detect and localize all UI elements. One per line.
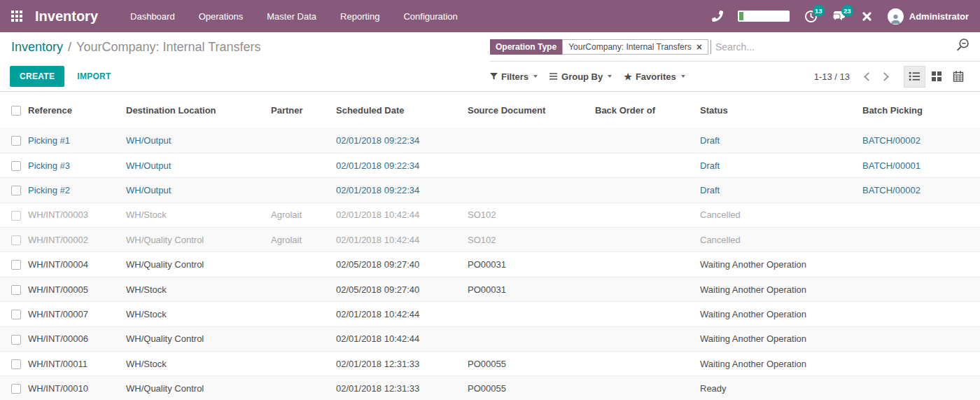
cell-destination[interactable]: WH/Quality Control <box>126 326 271 351</box>
cell-scheduled[interactable]: 02/01/2018 10:42:44 <box>336 228 468 252</box>
cell-reference[interactable]: WH/INT/00007 <box>28 302 126 326</box>
cell-reference[interactable]: WH/INT/00002 <box>28 228 126 252</box>
cell-backorder[interactable] <box>595 178 700 202</box>
column-header-scheduled-date[interactable]: Scheduled Date <box>336 92 468 128</box>
cell-backorder[interactable] <box>595 376 700 400</box>
create-button[interactable]: CREATE <box>10 66 64 87</box>
cell-source[interactable]: PO00031 <box>468 277 595 301</box>
cell-destination[interactable]: WH/Stock <box>126 352 271 376</box>
cell-batch[interactable]: BATCH/00002 <box>862 128 980 153</box>
cell-source[interactable]: SO102 <box>468 228 595 252</box>
cell-scheduled[interactable]: 02/01/2018 10:42:44 <box>336 302 468 326</box>
cell-status[interactable]: Waiting Another Operation <box>700 352 862 376</box>
cell-destination[interactable]: WH/Stock <box>126 302 271 326</box>
facet-remove-icon[interactable]: × <box>696 42 702 52</box>
cell-reference[interactable]: Picking #2 <box>28 178 126 202</box>
cell-source[interactable] <box>468 302 595 326</box>
table-row[interactable]: WH/INT/00010WH/Quality Control02/01/2018… <box>0 376 980 400</box>
cell-source[interactable]: PO00055 <box>468 376 595 400</box>
activities-icon[interactable]: 13 <box>804 10 818 23</box>
cell-scheduled[interactable]: 02/05/2018 09:27:40 <box>336 277 468 301</box>
table-row[interactable]: WH/INT/00002WH/Quality ControlAgrolait02… <box>0 228 980 252</box>
cell-destination[interactable]: WH/Stock <box>126 277 271 301</box>
cell-source[interactable]: SO102 <box>468 202 595 227</box>
cell-backorder[interactable] <box>595 326 700 351</box>
messages-icon[interactable]: 23 <box>832 10 846 22</box>
table-row[interactable]: WH/INT/00003WH/StockAgrolait02/01/2018 1… <box>0 202 980 227</box>
cell-partner[interactable]: Agrolait <box>271 228 336 252</box>
cell-batch[interactable] <box>862 202 980 227</box>
cell-status[interactable]: Ready <box>700 376 862 400</box>
cell-batch[interactable] <box>862 302 980 326</box>
cell-status[interactable]: Cancelled <box>700 228 862 252</box>
user-menu[interactable]: Administrator <box>888 8 969 25</box>
column-header-reference[interactable]: Reference <box>28 92 126 128</box>
menu-reporting[interactable]: Reporting <box>340 11 379 22</box>
cell-status[interactable]: Cancelled <box>700 202 862 227</box>
column-header-destination-location[interactable]: Destination Location <box>126 92 271 128</box>
cell-batch[interactable]: BATCH/00002 <box>862 178 980 202</box>
cell-backorder[interactable] <box>595 128 700 153</box>
cell-destination[interactable]: WH/Stock <box>126 202 271 227</box>
cell-status[interactable]: Draft <box>700 178 862 202</box>
table-row[interactable]: Picking #3WH/Output02/01/2018 09:22:34Dr… <box>0 153 980 177</box>
column-header-back-order-of[interactable]: Back Order of <box>595 92 700 128</box>
cell-source[interactable] <box>468 178 595 202</box>
list-view-button[interactable] <box>904 66 925 88</box>
kanban-view-button[interactable] <box>925 66 947 88</box>
import-button[interactable]: IMPORT <box>77 71 111 81</box>
cell-batch[interactable] <box>862 252 980 277</box>
cell-scheduled[interactable]: 02/01/2018 10:42:44 <box>336 326 468 351</box>
row-checkbox[interactable] <box>11 186 21 195</box>
row-checkbox[interactable] <box>11 384 21 394</box>
cell-partner[interactable] <box>271 376 336 400</box>
table-row[interactable]: WH/INT/00006WH/Quality Control02/01/2018… <box>0 326 980 351</box>
cell-reference[interactable]: WH/INT/00005 <box>28 277 126 301</box>
cell-partner[interactable] <box>271 352 336 376</box>
cell-source[interactable] <box>468 128 595 153</box>
cell-partner[interactable] <box>271 302 336 326</box>
cell-status[interactable]: Draft <box>700 128 862 153</box>
cell-partner[interactable] <box>271 128 336 153</box>
phone-icon[interactable] <box>712 11 723 22</box>
table-row[interactable]: WH/INT/00011WH/Stock02/01/2018 12:31:33P… <box>0 352 980 376</box>
cell-scheduled[interactable]: 02/05/2018 09:27:40 <box>336 252 468 277</box>
filters-dropdown[interactable]: Filters <box>490 71 538 82</box>
favorites-dropdown[interactable]: ★ Favorites <box>624 71 685 82</box>
row-checkbox[interactable] <box>11 359 21 369</box>
cell-source[interactable] <box>468 326 595 351</box>
cell-reference[interactable]: Picking #3 <box>28 153 126 177</box>
column-header-batch-picking[interactable]: Batch Picking <box>862 92 980 128</box>
row-checkbox[interactable] <box>11 235 21 245</box>
tools-icon[interactable] <box>861 11 873 22</box>
cell-partner[interactable] <box>271 326 336 351</box>
cell-source[interactable] <box>468 153 595 177</box>
cell-source[interactable]: PO00055 <box>468 352 595 376</box>
menu-dashboard[interactable]: Dashboard <box>130 11 175 22</box>
cell-destination[interactable]: WH/Output <box>126 153 271 177</box>
cell-batch[interactable] <box>862 376 980 400</box>
cell-status[interactable]: Waiting Another Operation <box>700 326 862 351</box>
cell-status[interactable]: Draft <box>700 153 862 177</box>
pager-previous-button[interactable] <box>864 72 873 81</box>
cell-batch[interactable] <box>862 277 980 301</box>
menu-operations[interactable]: Operations <box>199 11 244 22</box>
cell-backorder[interactable] <box>595 153 700 177</box>
cell-batch[interactable]: BATCH/00001 <box>862 153 980 177</box>
row-checkbox[interactable] <box>11 285 21 295</box>
cell-reference[interactable]: WH/INT/00011 <box>28 352 126 376</box>
column-header-source-document[interactable]: Source Document <box>468 92 595 128</box>
cell-destination[interactable]: WH/Quality Control <box>126 376 271 400</box>
cell-reference[interactable]: WH/INT/00004 <box>28 252 126 277</box>
cell-status[interactable]: Waiting Another Operation <box>700 302 862 326</box>
cell-backorder[interactable] <box>595 302 700 326</box>
cell-source[interactable]: PO00031 <box>468 252 595 277</box>
column-header-status[interactable]: Status <box>700 92 862 128</box>
cell-partner[interactable]: Agrolait <box>271 202 336 227</box>
cell-destination[interactable]: WH/Quality Control <box>126 252 271 277</box>
table-row[interactable]: WH/INT/00004WH/Quality Control02/05/2018… <box>0 252 980 277</box>
cell-reference[interactable]: Picking #1 <box>28 128 126 153</box>
apps-menu-icon[interactable] <box>11 11 22 22</box>
cell-scheduled[interactable]: 02/01/2018 10:42:44 <box>336 202 468 227</box>
select-all-checkbox[interactable] <box>11 106 21 116</box>
